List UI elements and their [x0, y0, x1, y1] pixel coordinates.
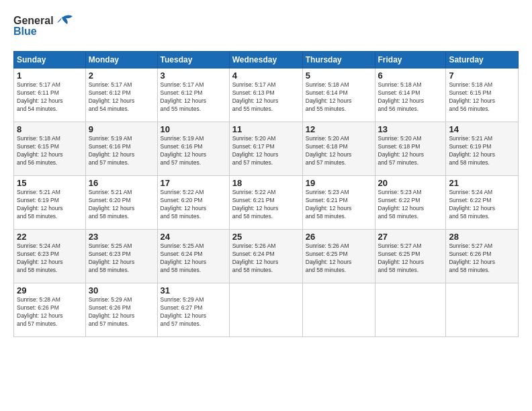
day-info: Sunrise: 5:20 AM Sunset: 6:17 PM Dayligh… — [232, 135, 300, 167]
day-info: Sunrise: 5:18 AM Sunset: 6:15 PM Dayligh… — [17, 135, 83, 167]
calendar-week-4: 22Sunrise: 5:24 AM Sunset: 6:23 PM Dayli… — [14, 230, 519, 283]
calendar-cell: 18Sunrise: 5:22 AM Sunset: 6:21 PM Dayli… — [229, 176, 302, 230]
calendar-week-2: 8Sunrise: 5:18 AM Sunset: 6:15 PM Daylig… — [14, 122, 519, 176]
day-info: Sunrise: 5:20 AM Sunset: 6:18 PM Dayligh… — [378, 135, 443, 167]
day-info: Sunrise: 5:28 AM Sunset: 6:26 PM Dayligh… — [17, 296, 83, 328]
calendar-week-3: 15Sunrise: 5:21 AM Sunset: 6:19 PM Dayli… — [14, 176, 519, 230]
col-saturday: Saturday — [446, 52, 519, 68]
calendar-cell: 15Sunrise: 5:21 AM Sunset: 6:19 PM Dayli… — [14, 176, 86, 230]
calendar-week-1: 1Sunrise: 5:17 AM Sunset: 6:11 PM Daylig… — [14, 68, 519, 122]
svg-text:Blue: Blue — [13, 26, 37, 37]
page: General Blue Sunday Monday Tuesday Wedne… — [0, 0, 532, 411]
day-number: 21 — [449, 178, 515, 188]
day-number: 7 — [449, 71, 515, 81]
day-info: Sunrise: 5:24 AM Sunset: 6:22 PM Dayligh… — [449, 189, 515, 221]
calendar-cell: 14Sunrise: 5:21 AM Sunset: 6:19 PM Dayli… — [446, 122, 519, 176]
calendar-cell: 26Sunrise: 5:26 AM Sunset: 6:25 PM Dayli… — [302, 230, 375, 283]
calendar-cell: 22Sunrise: 5:24 AM Sunset: 6:23 PM Dayli… — [14, 230, 86, 283]
svg-text:General: General — [13, 15, 54, 26]
day-number: 11 — [232, 124, 300, 134]
day-number: 5 — [306, 71, 372, 81]
calendar-header: Sunday Monday Tuesday Wednesday Thursday… — [14, 52, 519, 68]
day-info: Sunrise: 5:24 AM Sunset: 6:23 PM Dayligh… — [17, 242, 83, 275]
day-number: 18 — [232, 178, 300, 188]
day-info: Sunrise: 5:17 AM Sunset: 6:12 PM Dayligh… — [89, 81, 154, 113]
calendar-cell — [302, 283, 375, 337]
col-friday: Friday — [375, 52, 446, 68]
day-number: 23 — [89, 232, 154, 242]
calendar-cell: 3Sunrise: 5:17 AM Sunset: 6:12 PM Daylig… — [157, 68, 229, 122]
day-number: 1 — [17, 71, 83, 81]
day-info: Sunrise: 5:17 AM Sunset: 6:12 PM Dayligh… — [161, 81, 226, 113]
day-info: Sunrise: 5:17 AM Sunset: 6:11 PM Dayligh… — [17, 81, 83, 113]
day-number: 12 — [306, 124, 372, 134]
day-number: 20 — [378, 178, 443, 188]
day-number: 25 — [232, 232, 300, 242]
day-info: Sunrise: 5:18 AM Sunset: 6:14 PM Dayligh… — [306, 81, 372, 113]
calendar-cell: 1Sunrise: 5:17 AM Sunset: 6:11 PM Daylig… — [14, 68, 86, 122]
day-number: 10 — [161, 124, 226, 134]
day-info: Sunrise: 5:25 AM Sunset: 6:23 PM Dayligh… — [89, 242, 154, 275]
day-number: 15 — [17, 178, 83, 188]
calendar-cell: 4Sunrise: 5:17 AM Sunset: 6:13 PM Daylig… — [229, 68, 302, 122]
calendar-cell: 20Sunrise: 5:23 AM Sunset: 6:22 PM Dayli… — [375, 176, 446, 230]
day-info: Sunrise: 5:21 AM Sunset: 6:19 PM Dayligh… — [449, 135, 515, 167]
calendar-body: 1Sunrise: 5:17 AM Sunset: 6:11 PM Daylig… — [14, 68, 519, 337]
header: General Blue — [13, 12, 519, 44]
day-number: 14 — [449, 124, 515, 134]
calendar-cell: 5Sunrise: 5:18 AM Sunset: 6:14 PM Daylig… — [302, 68, 375, 122]
calendar-cell: 24Sunrise: 5:25 AM Sunset: 6:24 PM Dayli… — [157, 230, 229, 283]
calendar-cell: 25Sunrise: 5:26 AM Sunset: 6:24 PM Dayli… — [229, 230, 302, 283]
day-number: 3 — [161, 71, 226, 81]
day-info: Sunrise: 5:19 AM Sunset: 6:16 PM Dayligh… — [161, 135, 226, 167]
calendar-cell: 29Sunrise: 5:28 AM Sunset: 6:26 PM Dayli… — [14, 283, 86, 337]
day-info: Sunrise: 5:17 AM Sunset: 6:13 PM Dayligh… — [232, 81, 300, 113]
calendar-week-5: 29Sunrise: 5:28 AM Sunset: 6:26 PM Dayli… — [14, 283, 519, 337]
calendar-cell: 30Sunrise: 5:29 AM Sunset: 6:26 PM Dayli… — [85, 283, 157, 337]
logo-svg: General Blue — [13, 12, 74, 42]
calendar-cell — [229, 283, 302, 337]
calendar-cell — [446, 283, 519, 337]
col-thursday: Thursday — [302, 52, 375, 68]
day-info: Sunrise: 5:26 AM Sunset: 6:24 PM Dayligh… — [232, 242, 300, 275]
day-info: Sunrise: 5:23 AM Sunset: 6:21 PM Dayligh… — [306, 189, 372, 221]
day-info: Sunrise: 5:20 AM Sunset: 6:18 PM Dayligh… — [306, 135, 372, 167]
day-info: Sunrise: 5:26 AM Sunset: 6:25 PM Dayligh… — [306, 242, 372, 275]
col-wednesday: Wednesday — [229, 52, 302, 68]
calendar-cell: 16Sunrise: 5:21 AM Sunset: 6:20 PM Dayli… — [85, 176, 157, 230]
calendar-cell: 6Sunrise: 5:18 AM Sunset: 6:14 PM Daylig… — [375, 68, 446, 122]
day-number: 22 — [17, 232, 83, 242]
day-number: 24 — [161, 232, 226, 242]
day-info: Sunrise: 5:21 AM Sunset: 6:20 PM Dayligh… — [89, 189, 154, 221]
day-number: 30 — [89, 285, 154, 295]
calendar-cell: 9Sunrise: 5:19 AM Sunset: 6:16 PM Daylig… — [85, 122, 157, 176]
calendar-cell: 19Sunrise: 5:23 AM Sunset: 6:21 PM Dayli… — [302, 176, 375, 230]
day-info: Sunrise: 5:19 AM Sunset: 6:16 PM Dayligh… — [89, 135, 154, 167]
day-number: 6 — [378, 71, 443, 81]
header-row: Sunday Monday Tuesday Wednesday Thursday… — [14, 52, 519, 68]
day-number: 13 — [378, 124, 443, 134]
day-number: 9 — [89, 124, 154, 134]
day-number: 28 — [449, 232, 515, 242]
day-number: 16 — [89, 178, 154, 188]
calendar-cell: 2Sunrise: 5:17 AM Sunset: 6:12 PM Daylig… — [85, 68, 157, 122]
calendar-cell: 12Sunrise: 5:20 AM Sunset: 6:18 PM Dayli… — [302, 122, 375, 176]
day-info: Sunrise: 5:27 AM Sunset: 6:26 PM Dayligh… — [449, 242, 515, 275]
day-info: Sunrise: 5:27 AM Sunset: 6:25 PM Dayligh… — [378, 242, 443, 275]
day-number: 31 — [161, 285, 226, 295]
day-number: 19 — [306, 178, 372, 188]
day-info: Sunrise: 5:29 AM Sunset: 6:26 PM Dayligh… — [89, 296, 154, 328]
calendar-cell: 13Sunrise: 5:20 AM Sunset: 6:18 PM Dayli… — [375, 122, 446, 176]
day-info: Sunrise: 5:25 AM Sunset: 6:24 PM Dayligh… — [161, 242, 226, 275]
day-info: Sunrise: 5:23 AM Sunset: 6:22 PM Dayligh… — [378, 189, 443, 221]
calendar-cell: 7Sunrise: 5:18 AM Sunset: 6:15 PM Daylig… — [446, 68, 519, 122]
day-number: 4 — [232, 71, 300, 81]
calendar-cell: 21Sunrise: 5:24 AM Sunset: 6:22 PM Dayli… — [446, 176, 519, 230]
day-number: 26 — [306, 232, 372, 242]
day-info: Sunrise: 5:18 AM Sunset: 6:14 PM Dayligh… — [378, 81, 443, 113]
calendar-cell: 11Sunrise: 5:20 AM Sunset: 6:17 PM Dayli… — [229, 122, 302, 176]
calendar-cell: 17Sunrise: 5:22 AM Sunset: 6:20 PM Dayli… — [157, 176, 229, 230]
day-number: 2 — [89, 71, 154, 81]
day-info: Sunrise: 5:21 AM Sunset: 6:19 PM Dayligh… — [17, 189, 83, 221]
col-tuesday: Tuesday — [157, 52, 229, 68]
